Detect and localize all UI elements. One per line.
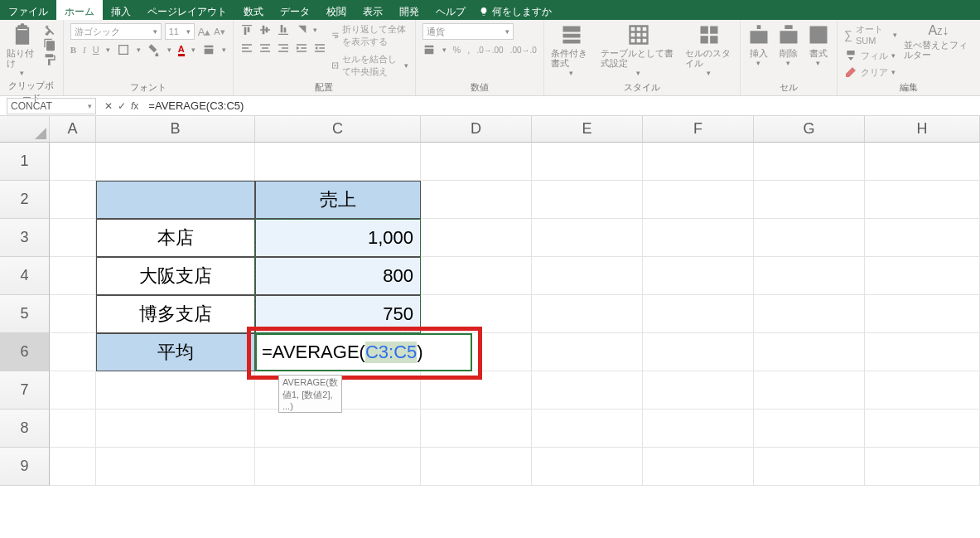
- cell-D2[interactable]: [421, 181, 532, 219]
- cell-B8[interactable]: [96, 410, 255, 448]
- column-header-B[interactable]: B: [96, 116, 255, 143]
- cell-B5[interactable]: 博多支店: [96, 295, 255, 333]
- cell-C2[interactable]: 売上: [255, 181, 421, 219]
- cell-C3[interactable]: 1,000: [255, 219, 421, 257]
- shrink-font-icon[interactable]: A▾: [214, 27, 224, 37]
- align-top-icon[interactable]: [240, 23, 253, 36]
- phonetic-icon[interactable]: [202, 43, 215, 56]
- cell-G6[interactable]: [754, 333, 865, 371]
- grow-font-icon[interactable]: A▴: [198, 26, 211, 38]
- number-format-combo[interactable]: 通貨▾: [422, 23, 514, 40]
- cell-H8[interactable]: [865, 410, 980, 448]
- cell-A2[interactable]: [50, 181, 96, 219]
- cell-C8[interactable]: [255, 410, 421, 448]
- cell-A9[interactable]: [50, 448, 96, 486]
- cell-F8[interactable]: [643, 410, 754, 448]
- enter-formula-button[interactable]: ✓: [118, 100, 126, 112]
- cell-B6[interactable]: 平均: [96, 333, 255, 371]
- column-header-G[interactable]: G: [754, 116, 865, 143]
- bold-button[interactable]: B: [70, 45, 76, 55]
- row-header-9[interactable]: 9: [0, 448, 50, 486]
- row-header-8[interactable]: 8: [0, 410, 50, 448]
- cell-E8[interactable]: [532, 410, 643, 448]
- cell-C9[interactable]: [255, 448, 421, 486]
- cell-G5[interactable]: [754, 295, 865, 333]
- cell-F2[interactable]: [643, 181, 754, 219]
- fill-color-icon[interactable]: [147, 43, 161, 56]
- cell-D9[interactable]: [421, 448, 532, 486]
- row-header-7[interactable]: 7: [0, 371, 50, 410]
- column-header-A[interactable]: A: [50, 116, 96, 143]
- insert-function-button[interactable]: fx: [131, 100, 138, 112]
- decrease-decimal-icon[interactable]: .00→.0: [510, 46, 537, 55]
- cell-E4[interactable]: [532, 257, 643, 295]
- cell-D7[interactable]: [421, 371, 532, 410]
- column-header-E[interactable]: E: [532, 116, 643, 143]
- cell-B2[interactable]: [96, 181, 255, 219]
- cell-C4[interactable]: 800: [255, 257, 421, 295]
- cell-H9[interactable]: [865, 448, 980, 486]
- cell-F6[interactable]: [643, 333, 754, 371]
- column-header-C[interactable]: C: [255, 116, 421, 143]
- row-header-4[interactable]: 4: [0, 257, 50, 295]
- column-header-D[interactable]: D: [421, 116, 532, 143]
- fill-button[interactable]: フィル▾: [844, 49, 897, 62]
- cell-H3[interactable]: [865, 219, 980, 257]
- italic-button[interactable]: I: [83, 45, 86, 55]
- row-header-5[interactable]: 5: [0, 295, 50, 333]
- cell-F1[interactable]: [643, 143, 754, 181]
- tab-formulas[interactable]: 数式: [235, 0, 272, 20]
- format-cells-button[interactable]: 書式▾: [807, 23, 830, 68]
- merge-center-button[interactable]: セルを結合して中央揃え▾: [331, 53, 408, 78]
- column-header-F[interactable]: F: [643, 116, 754, 143]
- cell-D5[interactable]: [421, 295, 532, 333]
- cell-G4[interactable]: [754, 257, 865, 295]
- font-name-combo[interactable]: 游ゴシック▾: [70, 23, 162, 40]
- cell-H7[interactable]: [865, 371, 980, 410]
- cell-A4[interactable]: [50, 257, 96, 295]
- cell-styles-button[interactable]: セルのスタイル▾: [685, 23, 733, 78]
- delete-cells-button[interactable]: 削除▾: [777, 23, 800, 68]
- comma-button[interactable]: ,: [467, 45, 470, 55]
- row-header-3[interactable]: 3: [0, 219, 50, 257]
- cell-F3[interactable]: [643, 219, 754, 257]
- cell-E1[interactable]: [532, 143, 643, 181]
- row-header-1[interactable]: 1: [0, 143, 50, 181]
- name-box[interactable]: CONCAT ▾: [7, 98, 96, 114]
- font-size-combo[interactable]: 11▾: [165, 23, 195, 40]
- increase-decimal-icon[interactable]: .0→.00: [476, 46, 503, 55]
- cell-A3[interactable]: [50, 219, 96, 257]
- align-right-icon[interactable]: [277, 41, 290, 55]
- align-bottom-icon[interactable]: [277, 23, 290, 36]
- formula-input[interactable]: [143, 99, 980, 113]
- align-middle-icon[interactable]: [258, 23, 272, 36]
- cell-H2[interactable]: [865, 181, 980, 219]
- clear-button[interactable]: クリア▾: [844, 65, 897, 79]
- cell-B7[interactable]: [96, 371, 255, 410]
- select-all-corner[interactable]: [0, 116, 50, 143]
- cell-G9[interactable]: [754, 448, 865, 486]
- cell-F4[interactable]: [643, 257, 754, 295]
- cell-G2[interactable]: [754, 181, 865, 219]
- cell-D3[interactable]: [421, 219, 532, 257]
- cell-E3[interactable]: [532, 219, 643, 257]
- cell-F5[interactable]: [643, 295, 754, 333]
- cell-G3[interactable]: [754, 219, 865, 257]
- border-icon[interactable]: [117, 43, 130, 56]
- cell-B4[interactable]: 大阪支店: [96, 257, 255, 295]
- cell-F7[interactable]: [643, 371, 754, 410]
- cell-B1[interactable]: [96, 143, 255, 181]
- autosum-button[interactable]: ∑ オート SUM▾: [844, 23, 897, 46]
- tab-review[interactable]: 校閲: [318, 0, 355, 20]
- cell-H4[interactable]: [865, 257, 980, 295]
- cell-C5[interactable]: 750: [255, 295, 421, 333]
- cell-A1[interactable]: [50, 143, 96, 181]
- cell-D4[interactable]: [421, 257, 532, 295]
- cell-E6[interactable]: [532, 333, 643, 371]
- underline-button[interactable]: U: [93, 45, 99, 55]
- cell-A5[interactable]: [50, 295, 96, 333]
- cell-G1[interactable]: [754, 143, 865, 181]
- row-header-6[interactable]: 6: [0, 333, 50, 371]
- tab-home[interactable]: ホーム: [56, 0, 103, 20]
- tell-me-search[interactable]: 何をしますか: [474, 0, 560, 20]
